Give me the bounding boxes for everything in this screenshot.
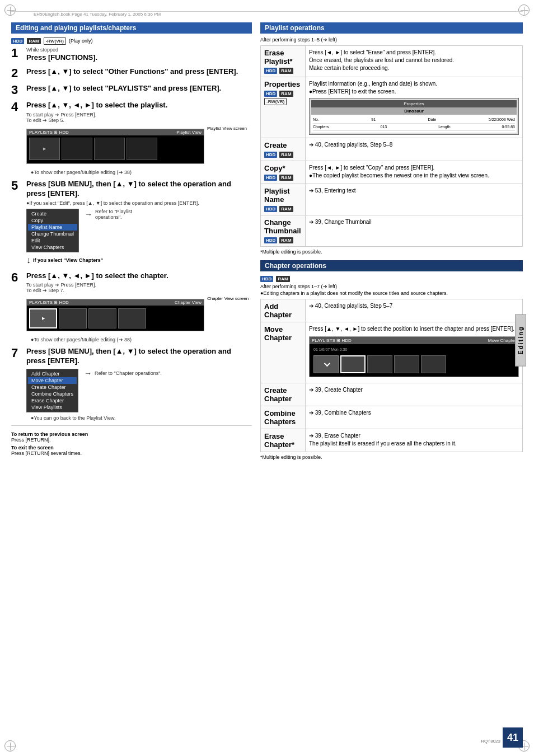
play-only-text: (Play only) <box>69 38 93 44</box>
move-chapter-screen-header: PLAYLISTS ⊞ HDD Move Chapter <box>310 337 518 344</box>
badge-rw: -RW(VR) <box>44 37 66 45</box>
move-thumb-4 <box>394 355 419 373</box>
playlist-name-badges: HDD RAM <box>264 206 302 212</box>
props-body: No. 91 Date 5/22/2003 Wed Chapters 013 L… <box>311 115 517 133</box>
move-thumb-5 <box>421 355 446 373</box>
step-4: 4 Press [▲, ▼, ◄, ►] to select the playl… <box>11 101 252 175</box>
create-badges: HDD RAM <box>264 152 302 158</box>
badge-ram-6: RAM <box>279 237 293 243</box>
screen4-header: PLAYLISTS ⊞ HDD Playlist View <box>27 129 204 135</box>
create-playlist-desc: ➔ 40, Creating playlists, Step 5–8 <box>306 138 523 161</box>
create-chapter-label: CreateChapter <box>264 386 292 403</box>
menu7-create-chapter[interactable]: Create Chapter <box>28 384 77 391</box>
screen6-box: PLAYLISTS ⊞ HDD Chapter View ▶ <box>26 296 204 334</box>
badge-ram-4: RAM <box>279 175 293 181</box>
menu7-add-chapter[interactable]: Add Chapter <box>28 370 77 377</box>
row-erase-playlist: ErasePlaylist* HDD RAM Press [◄, ►] to s… <box>261 46 523 77</box>
props-subtitle: Dinosaur <box>311 107 517 115</box>
badge-rw-2: -RW(VR) <box>264 98 287 105</box>
menu7-combine-chapters[interactable]: Combine Chapters <box>28 391 77 397</box>
screen4-thumb2 <box>62 138 92 160</box>
screen4-thumb3 <box>94 138 125 160</box>
chapter-view-screen: PLAYLISTS ⊞ HDD Chapter View ▶ <box>26 299 204 331</box>
menu5-create[interactable]: Create <box>28 210 77 217</box>
badge-ram-5: RAM <box>279 206 293 212</box>
step-6-number: 6 <box>11 271 24 284</box>
badge-ram: RAM <box>27 38 40 44</box>
menu7-view-playlists[interactable]: View Playlists <box>28 404 77 411</box>
row-move-chapter: MoveChapter Press [▲, ▼, ◄, ►] to select… <box>261 322 523 383</box>
step-6-content: Press [▲, ▼, ◄, ►] to select the chapter… <box>26 271 252 343</box>
chapter-ops-badges: HDD RAM <box>260 275 523 282</box>
move-thumb-1 <box>313 355 339 373</box>
view-chapters-label: If you select "View Chapters" <box>33 257 103 263</box>
props-row-2: Chapters 013 Length 0:55:85 <box>313 124 515 131</box>
chapter-ops-table: AddChapter ➔ 40, Creating playlists, Ste… <box>260 299 523 452</box>
erase-chapter-desc: ➔ 39, Erase Chapter The playlist itself … <box>306 429 523 452</box>
step-4-content: Press [▲, ▼, ◄, ►] to select the playlis… <box>26 101 252 175</box>
step-5-number: 5 <box>11 180 24 192</box>
screen6-play-icon: ▶ <box>42 316 45 321</box>
chapter-ops-note: ●Editing chapters in a playlist does not… <box>260 290 523 296</box>
combine-chapters-desc: ➔ 39, Combine Chapters <box>306 406 523 429</box>
menu5-copy[interactable]: Copy <box>28 217 77 224</box>
right-column: Playlist operations After performing ste… <box>260 22 523 460</box>
props-row-1: No. 91 Date 5/22/2003 Wed <box>313 116 515 124</box>
step-1-number: 1 <box>11 47 24 59</box>
step-1-label: While stopped <box>26 47 252 53</box>
props-col-chapters-val: 013 <box>380 124 387 130</box>
footnote-return-text: Press [RETURN]. <box>11 437 51 443</box>
step-6-sub: To start play ➔ Press [ENTER]. To edit ➔… <box>26 282 252 293</box>
properties-label: Properties <box>264 80 300 88</box>
row-add-chapter: AddChapter ➔ 40, Creating playlists, Ste… <box>261 299 523 322</box>
screen6-thumb3 <box>88 308 116 328</box>
separator <box>11 425 252 426</box>
props-col-no-label: No. <box>313 117 319 123</box>
step-3: 3 Press [▲, ▼] to select "PLAYLISTS" and… <box>11 84 252 96</box>
erase-playlist-label: ErasePlaylist* <box>264 49 293 65</box>
step-6: 6 Press [▲, ▼, ◄, ►] to select the chapt… <box>11 271 252 343</box>
page-number-box: 41 <box>503 727 523 748</box>
badge-ram-ch: RAM <box>276 276 289 282</box>
step-2-number: 2 <box>11 67 24 79</box>
playlist-name-desc: ➔ 53, Entering text <box>306 184 523 215</box>
step-1-content: While stopped Press [FUNCTIONS]. <box>26 47 252 63</box>
callout5-area: → Refer to "Playlistoperations". <box>82 209 132 220</box>
screen6-thumb4 <box>118 308 146 328</box>
add-chapter-label-cell: AddChapter <box>261 299 306 322</box>
badge-hdd-1: HDD <box>264 68 277 74</box>
left-badges: HDD RAM -RW(VR) (Play only) <box>11 37 252 45</box>
badge-ram-2: RAM <box>279 91 293 97</box>
down-arrow-icon: ↓ <box>26 255 31 265</box>
screen4-box: PLAYLISTS ⊞ HDD Playlist View ▶ <box>26 126 204 167</box>
editing-tab: Editing <box>515 314 526 366</box>
badge-hdd-5: HDD <box>264 206 277 212</box>
main-layout: Editing and playing playlists/chapters H… <box>11 22 523 460</box>
bullet7: ●You can go back to the Playlist View. <box>26 415 252 421</box>
badge-hdd: HDD <box>11 38 24 44</box>
page-container: EH50English.book Page 41 Tuesday, Februa… <box>0 0 534 756</box>
screen4-right: Playlist View <box>176 130 202 135</box>
step7-menu: Add Chapter Move Chapter Create Chapter … <box>26 369 78 412</box>
badge-ram-1: RAM <box>279 68 293 74</box>
row-create-playlist: Create HDD RAM ➔ 40, Creating playlists,… <box>261 138 523 161</box>
playlist-ops-footnote: *Multiple editing is possible. <box>260 249 523 255</box>
move-thumb-3 <box>367 355 392 373</box>
menu5-change-thumbnail[interactable]: Change Thumbnail <box>28 231 77 237</box>
menu5-view-chapters[interactable]: View Chapters <box>28 244 77 251</box>
change-thumbnail-badges: HDD RAM <box>264 237 302 243</box>
menu5-edit[interactable]: Edit <box>28 237 77 244</box>
step-3-number: 3 <box>11 84 24 96</box>
footnotes: To return to the previous screen Press [… <box>11 431 252 456</box>
callout7-area: → Refer to "Chapter operations". <box>81 369 162 378</box>
menu7-move-chapter[interactable]: Move Chapter <box>28 377 77 384</box>
callout5-label: Refer to "Playlistoperations". <box>95 209 132 220</box>
row-erase-chapter: EraseChapter* ➔ 39, Erase Chapter The pl… <box>261 429 523 452</box>
menu7-erase-chapter[interactable]: Erase Chapter <box>28 397 77 404</box>
badge-hdd-3: HDD <box>264 152 277 158</box>
erase-chapter-label-cell: EraseChapter* <box>261 429 306 452</box>
menu5-playlist-name[interactable]: Playlist Name <box>28 224 77 231</box>
step-7: 7 Press [SUB MENU], then [▲, ▼] to selec… <box>11 347 252 421</box>
props-col-length-label: Length <box>438 124 450 130</box>
change-thumbnail-label: ChangeThumbnail <box>264 218 301 235</box>
